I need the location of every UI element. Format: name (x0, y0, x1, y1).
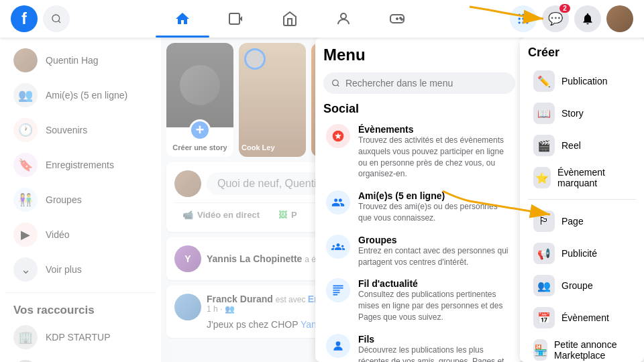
groupe-icon: 👥 (533, 275, 555, 296)
creer-item-publication[interactable]: ✏️ Publication (528, 65, 636, 97)
nav-tab-video[interactable] (209, 0, 263, 38)
marketplace-icon: 🏪 (533, 339, 547, 361)
menu-item-events-text: Évènements Trouvez des activités et des … (358, 124, 513, 180)
publication-icon: ✏️ (533, 70, 555, 92)
user-avatar[interactable] (606, 5, 633, 32)
nav-tab-home[interactable] (156, 0, 209, 38)
creer-item-groupe[interactable]: 👥 Groupe (528, 269, 636, 302)
notifications-button[interactable] (574, 5, 601, 32)
svg-point-10 (519, 14, 521, 16)
menu-item-fils-text: Fils Découvrez les publications les plus… (358, 334, 513, 362)
creer-publication-label: Publication (561, 76, 608, 86)
facebook-logo[interactable]: f (11, 5, 38, 32)
creer-publicite-label: Publicité (561, 248, 597, 259)
svg-point-16 (519, 21, 521, 23)
evenement-icon: 📅 (533, 307, 555, 328)
nav-tab-profile[interactable] (317, 0, 370, 38)
svg-point-12 (526, 14, 528, 16)
page-icon: 🏳 (533, 210, 555, 232)
creer-groupe-label: Groupe (561, 280, 593, 291)
menu-item-groups[interactable]: Groupes Entrez en contact avec des perso… (323, 229, 515, 274)
messenger-badge: 2 (559, 4, 570, 13)
creer-item-publicite[interactable]: 📢 Publicité (528, 237, 636, 269)
svg-point-14 (522, 17, 524, 19)
creer-item-evenement-marquant[interactable]: ⭐ Évènement marquant (528, 162, 636, 194)
svg-point-19 (333, 80, 339, 86)
creer-divider-1 (528, 199, 636, 200)
svg-line-1 (58, 21, 60, 23)
menu-title: Menu (323, 46, 515, 64)
svg-point-15 (526, 17, 528, 19)
menu-item-fils[interactable]: Fils Découvrez les publications les plus… (323, 328, 515, 362)
friends-menu-icon (326, 190, 350, 215)
nav-right: 💬 2 (510, 5, 633, 32)
svg-line-20 (337, 84, 339, 86)
menu-item-friends[interactable]: Ami(e)s (5 en ligne) Trouvez des ami(e)s… (323, 185, 515, 229)
reel-icon: 🎬 (533, 135, 555, 156)
svg-point-9 (401, 19, 402, 20)
nav-tab-marketplace[interactable] (263, 0, 317, 38)
menu-item-friends-text: Ami(e)s (5 en ligne) Trouvez des ami(e)s… (358, 190, 513, 224)
menu-panel: Menu Social Évènements Trouvez des activ… (315, 38, 523, 362)
nav-left: f (11, 5, 70, 32)
menu-search[interactable] (323, 72, 515, 94)
apps-button[interactable] (510, 5, 537, 32)
story-icon: 📖 (533, 103, 555, 124)
svg-point-17 (522, 21, 524, 23)
events-icon (326, 124, 350, 148)
publicite-icon: 📢 (533, 243, 555, 264)
svg-point-23 (336, 341, 341, 346)
creer-marketplace-label: Petite annonce Marketplace (554, 339, 631, 361)
creer-item-page[interactable]: 🏳 Page (528, 205, 636, 237)
creer-story-label: Story (561, 108, 584, 119)
creer-page-label: Page (561, 216, 584, 227)
messenger-button[interactable]: 💬 2 (542, 5, 569, 32)
nav-center (156, 0, 424, 38)
creer-evenement-marquant-label: Évènement marquant (557, 167, 631, 188)
menu-search-icon (331, 78, 340, 88)
creer-panel: Créer ✏️ Publication 📖 Story 🎬 Reel ⭐ Év… (520, 38, 644, 362)
creer-reel-label: Reel (561, 140, 581, 151)
menu-section-title: Social (323, 102, 515, 116)
menu-item-feed[interactable]: Fil d'actualité Consultez des publicatio… (323, 273, 515, 328)
creer-title: Créer (528, 46, 636, 60)
menu-item-events[interactable]: Évènements Trouvez des activités et des … (323, 119, 515, 185)
search-box[interactable] (43, 5, 70, 32)
menu-search-input[interactable] (345, 78, 507, 88)
svg-point-18 (526, 21, 528, 23)
creer-item-marketplace[interactable]: 🏪 Petite annonce Marketplace (528, 334, 636, 362)
menu-item-feed-text: Fil d'actualité Consultez des publicatio… (358, 278, 513, 322)
svg-rect-2 (229, 13, 239, 24)
menu-item-groups-text: Groupes Entrez en contact avec des perso… (358, 235, 513, 268)
top-nav: f 💬 2 (0, 0, 644, 38)
creer-item-story[interactable]: 📖 Story (528, 97, 636, 129)
svg-point-13 (519, 17, 521, 19)
svg-point-4 (341, 13, 346, 19)
evenement-marquant-icon: ⭐ (533, 167, 551, 188)
fils-menu-icon (326, 334, 350, 358)
creer-item-evenement[interactable]: 📅 Évènement (528, 302, 636, 334)
groups-menu-icon (326, 235, 350, 259)
creer-item-reel[interactable]: 🎬 Reel (528, 129, 636, 162)
nav-tab-gaming[interactable] (370, 0, 424, 38)
svg-point-11 (522, 14, 524, 16)
feed-menu-icon (326, 278, 350, 302)
creer-evenement-label: Évènement (561, 312, 609, 323)
svg-point-0 (52, 15, 60, 22)
